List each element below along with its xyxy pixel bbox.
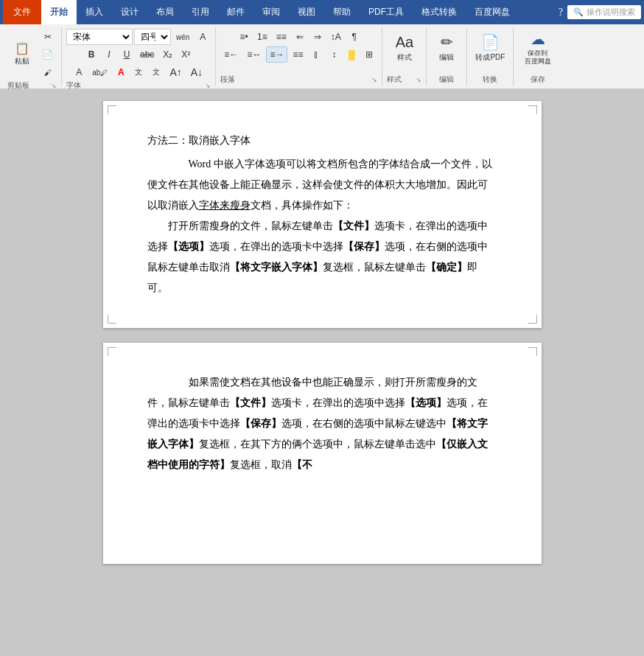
styles-label: 样式 [387, 74, 402, 85]
help-icon: ? [559, 7, 563, 18]
search-icon: 🔍 [573, 7, 584, 17]
search-placeholder: 操作说明搜索 [587, 7, 635, 18]
styles-group: Aa 样式 样式 ↘ [382, 27, 427, 86]
save-cloud-button[interactable]: ☁ 保存到百度网盘 [521, 29, 555, 67]
toolbar: 📋 粘贴 ✂ 📄 🖌 剪贴板 ↘ [0, 24, 644, 89]
borders-button[interactable]: ⊞ [361, 46, 377, 63]
convert-pdf-button[interactable]: 📄 转成PDF [472, 29, 508, 67]
cut-button[interactable]: ✂ [38, 29, 57, 45]
paragraph-group: ≡• 1≡ ≡≡ ⇐ ⇒ ↕A ¶ ≡← ≡↔ ≡→ ≡≡ ⫿ ↕ ▓ ⊞ [216, 27, 382, 86]
page-1: 方法二：取消嵌入字体 Word 中嵌入字体选项可以将文档所包含的字体结合成一个文… [103, 101, 542, 328]
font-group: 宋体 四号 wén A B I U abc X₂ X² A [62, 27, 216, 86]
styles-button[interactable]: Aa 样式 [390, 29, 419, 67]
sort-button[interactable]: ↕A [327, 29, 345, 45]
column-button[interactable]: ⫿ [308, 46, 324, 63]
font-color-button[interactable]: A [113, 64, 129, 80]
pdf-icon: 📄 [481, 33, 500, 51]
clipboard-content: 📋 粘贴 ✂ 📄 🖌 [7, 29, 57, 80]
save-group: ☁ 保存到百度网盘 保存 [514, 27, 561, 86]
align-left-button[interactable]: ≡← [220, 46, 242, 63]
font-size-text-button[interactable]: wén [172, 29, 193, 45]
bracket-embed: 【将文字嵌入字体】 [230, 262, 323, 273]
editing-content: ✏ 编辑 [432, 29, 461, 74]
bracket-ok: 【确定】 [426, 262, 467, 273]
bracket-options: 【选项】 [168, 241, 209, 252]
bold-button[interactable]: B [83, 46, 99, 63]
tab-insert[interactable]: 插入 [77, 0, 112, 24]
superscript-button[interactable]: X² [178, 46, 194, 63]
paste-icon: 📋 [15, 43, 29, 55]
tab-design[interactable]: 设计 [112, 0, 147, 24]
tab-mailings[interactable]: 邮件 [218, 0, 253, 24]
decrease-indent-button[interactable]: ⇐ [292, 29, 308, 45]
styles-icon: Aa [396, 34, 413, 51]
font-row1: 宋体 四号 wén A [66, 29, 211, 45]
editing-label: 编辑 [439, 74, 454, 85]
corner-bl [108, 315, 116, 324]
paragraph-expand-icon[interactable]: ↘ [371, 76, 377, 83]
tab-format[interactable]: 格式转换 [413, 0, 466, 24]
line-spacing-button[interactable]: ↕ [326, 46, 342, 63]
char-border-button[interactable]: 文 [148, 64, 164, 80]
document-area: 方法二：取消嵌入字体 Word 中嵌入字体选项可以将文档所包含的字体结合成一个文… [0, 89, 644, 642]
strikethrough-button[interactable]: abc [136, 46, 158, 63]
font-row2: B I U abc X₂ X² [83, 46, 194, 63]
increase-indent-button[interactable]: ⇒ [309, 29, 326, 45]
underline-phrase: 字体来瘦身 [199, 200, 251, 211]
copy-button[interactable]: 📄 [38, 46, 57, 63]
search-box[interactable]: 🔍 操作说明搜索 [567, 5, 641, 19]
font-family-select[interactable]: 宋体 [66, 29, 133, 45]
paragraph-label: 段落 [220, 74, 235, 85]
ribbon-tab-bar: 文件 开始 插入 设计 布局 引用 邮件 审阅 视图 帮助 PDF工具 格式转换… [0, 0, 644, 24]
p2-bracket-save: 【保存】 [240, 418, 281, 429]
styles-content: Aa 样式 [390, 29, 419, 74]
font-size-select[interactable]: 四号 [134, 29, 171, 45]
show-marks-button[interactable]: ¶ [346, 29, 363, 45]
align-center-button[interactable]: ≡↔ [243, 46, 265, 63]
page1-para1: Word 中嵌入字体选项可以将文档所包含的字体结合成一个文件，以便文件在其他设备… [147, 154, 497, 216]
bullets-button[interactable]: ≡• [236, 29, 252, 45]
italic-button[interactable]: I [101, 46, 117, 63]
styles-expand-icon[interactable]: ↘ [416, 76, 421, 83]
clipboard-group: 📋 粘贴 ✂ 📄 🖌 剪贴板 ↘ [3, 27, 62, 86]
page1-heading: 方法二：取消嵌入字体 [147, 130, 497, 151]
tab-home[interactable]: 开始 [41, 0, 77, 24]
paste-button[interactable]: 📋 粘贴 [7, 35, 37, 74]
tab-help[interactable]: 帮助 [324, 0, 360, 24]
clear-format-button[interactable]: A [195, 29, 211, 45]
tab-review[interactable]: 审阅 [253, 0, 289, 24]
underline-button[interactable]: U [119, 46, 135, 63]
editing-button[interactable]: ✏ 编辑 [432, 29, 461, 67]
align-right-button[interactable]: ≡→ [266, 46, 287, 63]
tab-pdf[interactable]: PDF工具 [360, 0, 413, 24]
page2-corner-tr [528, 347, 537, 356]
font-size-increase[interactable]: A↑ [166, 64, 185, 80]
corner-tl [108, 105, 116, 114]
para-row2: ≡← ≡↔ ≡→ ≡≡ ⫿ ↕ ▓ ⊞ [220, 46, 377, 63]
tab-references[interactable]: 引用 [183, 0, 218, 24]
convert-content: 📄 转成PDF [472, 29, 508, 74]
tab-layout[interactable]: 布局 [147, 0, 183, 24]
numbering-button[interactable]: 1≡ [253, 29, 271, 45]
text-highlight-button[interactable]: ab🖊 [88, 64, 111, 80]
text-effect-button[interactable]: A [71, 64, 87, 80]
justify-button[interactable]: ≡≡ [289, 46, 307, 63]
shading-button[interactable]: ▓ [343, 46, 360, 63]
bracket-save: 【保存】 [343, 241, 385, 252]
multilevel-button[interactable]: ≡≡ [273, 29, 290, 45]
tab-file[interactable]: 文件 [3, 0, 41, 24]
editing-group: ✏ 编辑 编辑 [427, 27, 467, 86]
corner-tr [528, 105, 537, 114]
font-expand-icon[interactable]: ↘ [205, 82, 211, 89]
tab-view[interactable]: 视图 [289, 0, 324, 24]
page-2: 如果需使文档在其他设备中也能正确显示，则打开所需瘦身的文件，鼠标左键单击【文件】… [103, 343, 542, 564]
format-painter-button[interactable]: 🖌 [38, 64, 57, 80]
clipboard-label: 剪贴板 [7, 80, 29, 91]
bracket-file: 【文件】 [333, 220, 374, 231]
phonetic-button[interactable]: 文 [130, 64, 147, 80]
font-size-decrease[interactable]: A↓ [187, 64, 206, 80]
convert-group: 📄 转成PDF 转换 [467, 27, 514, 86]
subscript-button[interactable]: X₂ [159, 46, 176, 63]
tab-baidu-cloud[interactable]: 百度网盘 [466, 0, 519, 24]
clipboard-expand-icon[interactable]: ↘ [51, 82, 57, 89]
